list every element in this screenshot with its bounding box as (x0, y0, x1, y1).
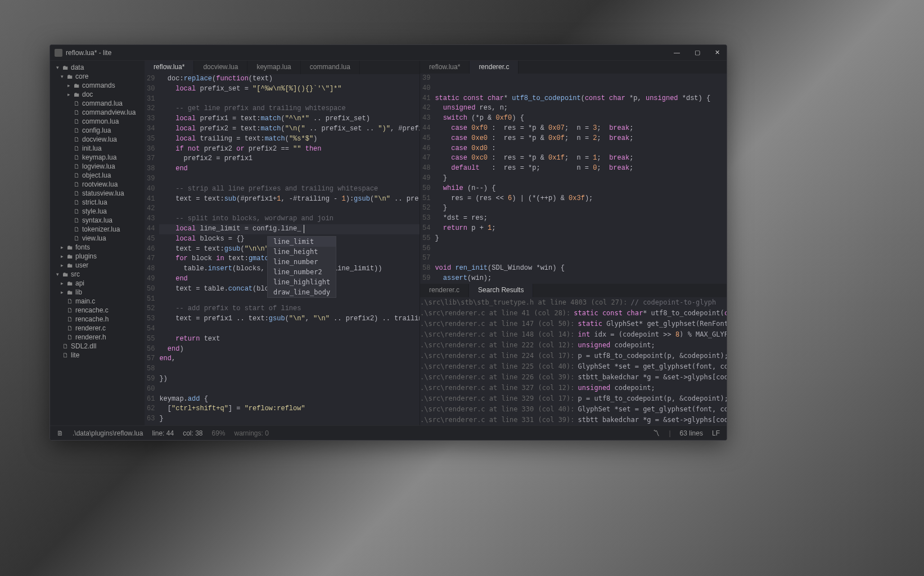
right-tab-bar[interactable]: reflow.lua*renderer.c (420, 61, 727, 74)
tab[interactable]: command.lua (301, 61, 360, 74)
file-item[interactable]: 🗋docview.lua (50, 135, 145, 144)
file-icon: 🗋 (74, 100, 80, 107)
search-results-panel[interactable]: .\src\lib\stb\stb_truetype.h at line 480… (420, 297, 727, 425)
file-item[interactable]: 🗋SDL2.dll (50, 342, 145, 351)
result-path: .\src\renderer.c at line 226 (col 39): (420, 372, 578, 383)
folder-icon: 🖿 (67, 262, 73, 269)
file-item[interactable]: 🗋config.lua (50, 126, 145, 135)
file-item[interactable]: 🗋renderer.c (50, 324, 145, 333)
search-result-row[interactable]: .\src\renderer.c at line 41 (col 28):sta… (420, 308, 727, 319)
folder-icon: 🖿 (74, 82, 80, 89)
chevron-icon: ▸ (59, 244, 65, 250)
search-result-row[interactable]: .\src\renderer.c at line 225 (col 40): G… (420, 361, 727, 372)
folder-icon: 🖿 (67, 289, 73, 296)
tree-item-label: view.lua (82, 234, 106, 242)
file-item[interactable]: 🗋renderer.h (50, 333, 145, 342)
file-item[interactable]: 🗋rencache.c (50, 306, 145, 315)
left-editor-pane: reflow.lua*docview.luakeymap.luacommand.… (145, 61, 420, 425)
folder-item[interactable]: ▸🖿user (50, 261, 145, 270)
file-item[interactable]: 🗋common.lua (50, 117, 145, 126)
chevron-icon: ▸ (59, 253, 65, 259)
folder-item[interactable]: ▸🖿doc (50, 90, 145, 99)
file-item[interactable]: 🗋rootview.lua (50, 180, 145, 189)
tree-item-label: strict.lua (82, 198, 107, 206)
result-code: unsigned codepoint; (578, 383, 655, 393)
file-item[interactable]: 🗋keymap.lua (50, 153, 145, 162)
file-item[interactable]: 🗋rencache.h (50, 315, 145, 324)
file-tree-sidebar[interactable]: ▾🖿data▾🖿core▸🖿commands▸🖿doc🗋command.lua🗋… (50, 61, 145, 425)
folder-item[interactable]: ▸🖿api (50, 279, 145, 288)
maximize-button[interactable]: ▢ (692, 48, 702, 57)
tree-item-label: main.c (75, 297, 95, 305)
file-icon: 🗋 (74, 199, 80, 206)
file-item[interactable]: 🗋style.lua (50, 207, 145, 216)
search-result-row[interactable]: .\src\renderer.c at line 331 (col 39): s… (420, 415, 727, 425)
result-code: p = utf8_to_codepoint(p, &codepoint); (578, 351, 727, 361)
search-result-row[interactable]: .\src\renderer.c at line 330 (col 40): G… (420, 404, 727, 415)
file-icon: 🗋 (74, 235, 80, 242)
tree-item-label: tokenizer.lua (82, 225, 120, 233)
status-lines: 63 lines (680, 429, 703, 437)
autocomplete-item[interactable]: line_limit (268, 237, 336, 247)
tab[interactable]: keymap.lua (247, 61, 300, 74)
folder-item[interactable]: ▾🖿core (50, 72, 145, 81)
autocomplete-item[interactable]: line_height (268, 247, 336, 257)
right-code-area[interactable]: 3940414243444546474849505152535455565758… (420, 74, 727, 284)
file-item[interactable]: 🗋view.lua (50, 234, 145, 243)
folder-icon: 🖿 (74, 91, 80, 98)
title-bar[interactable]: reflow.lua* - lite — ▢ ✕ (50, 45, 727, 61)
autocomplete-popup[interactable]: line_limitline_heightline_numberline_num… (267, 236, 336, 298)
folder-item[interactable]: ▸🖿lib (50, 288, 145, 297)
autocomplete-item[interactable]: draw_line_body (268, 287, 336, 297)
tab[interactable]: reflow.lua* (145, 61, 194, 74)
tab[interactable]: Search Results (469, 284, 533, 297)
tab[interactable]: renderer.c (470, 61, 519, 74)
search-result-row[interactable]: .\src\renderer.c at line 148 (col 14): i… (420, 329, 727, 340)
file-item[interactable]: 🗋main.c (50, 297, 145, 306)
file-item[interactable]: 🗋init.lua (50, 144, 145, 153)
tree-item-label: renderer.c (75, 324, 106, 332)
file-item[interactable]: 🗋command.lua (50, 99, 145, 108)
close-button[interactable]: ✕ (713, 48, 722, 57)
search-result-row[interactable]: .\src\renderer.c at line 224 (col 17): p… (420, 351, 727, 361)
search-result-row[interactable]: .\src\lib\stb\stb_truetype.h at line 480… (420, 297, 727, 308)
folder-item[interactable]: ▾🖿data (50, 63, 145, 72)
file-item[interactable]: 🗋syntax.lua (50, 216, 145, 225)
autocomplete-item[interactable]: line_number2 (268, 267, 336, 277)
file-item[interactable]: 🗋object.lua (50, 171, 145, 180)
file-icon: 🗋 (74, 109, 80, 116)
folder-item[interactable]: ▸🖿commands (50, 81, 145, 90)
tab[interactable]: renderer.c (420, 284, 469, 297)
bottom-tab-bar[interactable]: renderer.cSearch Results (420, 284, 727, 297)
search-result-row[interactable]: .\src\renderer.c at line 327 (col 12): u… (420, 383, 727, 393)
folder-item[interactable]: ▾🖿src (50, 270, 145, 279)
chevron-icon: ▾ (55, 65, 60, 70)
file-item[interactable]: 🗋statusview.lua (50, 189, 145, 198)
file-item[interactable]: 🗋tokenizer.lua (50, 225, 145, 234)
search-result-row[interactable]: .\src\renderer.c at line 226 (col 39): s… (420, 372, 727, 383)
search-result-row[interactable]: .\src\renderer.c at line 329 (col 17): p… (420, 393, 727, 404)
file-item[interactable]: 🗋commandview.lua (50, 108, 145, 117)
folder-item[interactable]: ▸🖿fonts (50, 243, 145, 252)
left-code-area[interactable]: 2930313233343536373839404142434445464748… (145, 74, 420, 425)
left-tab-bar[interactable]: reflow.lua*docview.luakeymap.luacommand.… (145, 61, 420, 74)
file-item[interactable]: 🗋logview.lua (50, 162, 145, 171)
tab[interactable]: reflow.lua* (420, 61, 470, 74)
folder-item[interactable]: ▸🖿plugins (50, 252, 145, 261)
text-cursor (304, 225, 304, 233)
search-result-row[interactable]: .\src\renderer.c at line 222 (col 12): u… (420, 340, 727, 351)
result-path: .\src\renderer.c at line 331 (col 39): (420, 415, 578, 425)
chevron-icon: ▸ (59, 280, 65, 286)
file-icon: 🗋 (74, 145, 80, 152)
file-item[interactable]: 🗋strict.lua (50, 198, 145, 207)
tab[interactable]: docview.lua (194, 61, 247, 74)
search-result-row[interactable]: .\src\renderer.c at line 147 (col 50):st… (420, 319, 727, 329)
folder-icon: 🖿 (67, 244, 73, 251)
file-icon: 🗋 (67, 307, 73, 314)
right-code[interactable]: static const char* utf8_to_codepoint(con… (435, 74, 727, 284)
autocomplete-item[interactable]: line_number (268, 257, 336, 267)
app-icon (55, 49, 62, 57)
minimize-button[interactable]: — (671, 48, 682, 57)
autocomplete-item[interactable]: line_highlight (268, 277, 336, 287)
file-item[interactable]: 🗋lite (50, 351, 145, 360)
